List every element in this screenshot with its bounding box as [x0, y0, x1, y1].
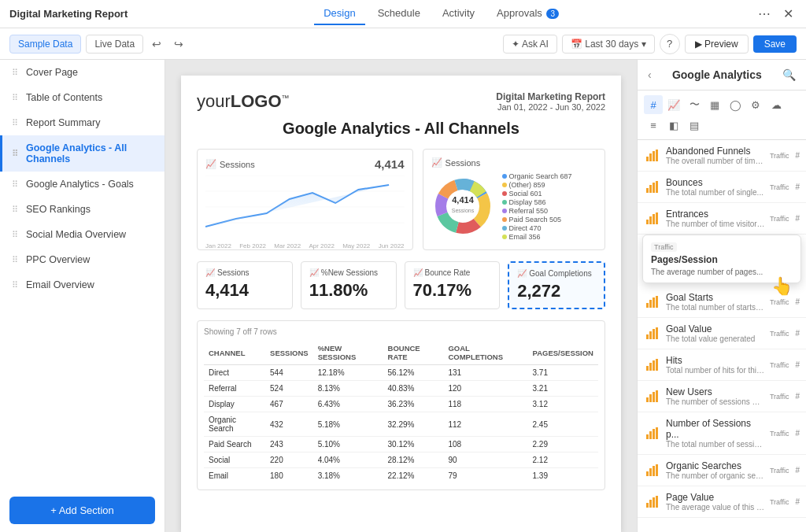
- tooltip-desc: The average number of pages...: [651, 268, 793, 276]
- tooltip-tag: Traffic: [651, 242, 677, 252]
- svg-rect-36: [649, 363, 652, 371]
- panel-item-goal-starts-info: Goal Starts The total number of starts f…: [666, 292, 765, 312]
- panel-item-hits-name: Hits: [666, 355, 765, 366]
- svg-rect-54: [656, 496, 658, 508]
- sidebar-item-ga-goals[interactable]: ⠿ Google Analytics - Goals: [0, 172, 165, 197]
- panel-tab-layout[interactable]: ◧: [664, 116, 683, 135]
- drag-icon: ⠿: [12, 255, 18, 265]
- panel-item-organic-hash: #: [795, 466, 800, 475]
- panel-item-new-users[interactable]: New Users The number of sessions m... Tr…: [638, 381, 806, 412]
- add-section-button[interactable]: + Add Section: [9, 497, 155, 524]
- panel-search-button[interactable]: 🔍: [780, 68, 798, 82]
- sidebar-item-ppc[interactable]: ⠿ PPC Overview: [0, 247, 165, 272]
- metric-new-sessions-value: 11.80%: [309, 280, 388, 301]
- sidebar-item-label: SEO Rankings: [26, 204, 91, 215]
- panel-tab-wave[interactable]: 〜: [685, 95, 704, 114]
- panel-tab-table[interactable]: ▤: [685, 116, 704, 135]
- panel-item-num-sessions[interactable]: Number of Sessions p... The total number…: [638, 412, 806, 455]
- save-button[interactable]: Save: [753, 35, 797, 53]
- metrics-row: 📈 Sessions 4,414 📈 %New Sessions 11.80% …: [197, 261, 605, 309]
- metric-bounce-value: 70.17%: [413, 280, 492, 301]
- live-data-button[interactable]: Live Data: [86, 35, 143, 54]
- sidebar-item-seo[interactable]: ⠿ SEO Rankings: [0, 197, 165, 222]
- panel-back-button[interactable]: ‹: [645, 68, 654, 82]
- svg-rect-40: [649, 394, 652, 402]
- drag-icon: ⠿: [12, 149, 18, 159]
- preview-button[interactable]: ▶ Preview: [685, 35, 749, 54]
- undo-button[interactable]: ↩: [148, 35, 165, 53]
- svg-rect-53: [653, 497, 655, 508]
- donut-svg: 4,414 Sessions: [431, 175, 494, 238]
- panel-item-bounces[interactable]: Bounces The total number of single... Tr…: [638, 172, 806, 203]
- report-main-title: Google Analytics - All Channels: [197, 120, 605, 138]
- svg-rect-44: [649, 431, 652, 439]
- sample-data-button[interactable]: Sample Data: [9, 35, 81, 54]
- panel-tab-cloud[interactable]: ☁: [767, 95, 786, 114]
- top-tabs: Design Schedule Activity Approvals 3: [314, 2, 568, 25]
- col-pages: PAGES/SESSION: [528, 341, 598, 365]
- chart-icon: [644, 325, 661, 342]
- panel-item-abandoned-funnels[interactable]: Abandoned Funnels The overall number of …: [638, 140, 806, 172]
- svg-rect-38: [656, 359, 658, 371]
- panel-tab-grid[interactable]: ▦: [705, 95, 724, 114]
- panel-tab-line[interactable]: 📈: [664, 95, 683, 114]
- line-chart-box: 📈 Sessions 4,414: [197, 149, 413, 250]
- svg-rect-33: [653, 329, 655, 339]
- ask-ai-button[interactable]: ✦ Ask AI: [503, 35, 557, 54]
- panel-item-organic-searches[interactable]: Organic Searches The number of organic s…: [638, 455, 806, 486]
- donut-chart-label: 📈 Sessions: [431, 157, 597, 168]
- panel-item-page-value[interactable]: Page Value The average value of this pag…: [638, 486, 806, 518]
- chart-icon: [644, 147, 661, 164]
- panel-item-num-sessions-info: Number of Sessions p... The total number…: [666, 418, 765, 449]
- drag-icon: ⠿: [12, 280, 18, 290]
- panel-tab-circle[interactable]: ◯: [726, 95, 745, 114]
- sidebar-item-toc[interactable]: ⠿ Table of Contents: [0, 85, 165, 110]
- svg-rect-31: [646, 334, 649, 339]
- tab-schedule[interactable]: Schedule: [368, 2, 430, 25]
- data-table-content: CHANNEL SESSIONS %NEW SESSIONS BOUNCE RA…: [204, 341, 598, 483]
- report-header-title: Digital Marketing Report: [496, 91, 605, 102]
- panel-item-organic-tag: Traffic: [770, 467, 789, 475]
- main-layout: ⠿ Cover Page ⠿ Table of Contents ⠿ Repor…: [0, 60, 806, 532]
- table-row: Email1803.18%22.12%791.39: [204, 468, 598, 484]
- panel-item-new-users-name: New Users: [666, 386, 765, 397]
- tab-design[interactable]: Design: [314, 2, 364, 25]
- panel-header: ‹ Google Analytics 🔍: [638, 60, 806, 91]
- panel-item-hits[interactable]: Hits Total number of hits for this... Tr…: [638, 349, 806, 381]
- hand-icon: 👆: [771, 276, 793, 297]
- panel-item-goal-value[interactable]: Goal Value The total value generated Tra…: [638, 318, 806, 349]
- panel-tab-hash[interactable]: #: [644, 95, 663, 114]
- panel-item-hits-info: Hits Total number of hits for this...: [666, 355, 765, 375]
- panel-tab-list[interactable]: ≡: [644, 116, 663, 135]
- share-icon[interactable]: ⋯: [755, 5, 774, 23]
- tab-approvals[interactable]: Approvals 3: [487, 2, 568, 25]
- table-row: Referral5248.13%40.83%1203.21: [204, 381, 598, 397]
- redo-button[interactable]: ↪: [170, 35, 187, 53]
- sidebar-item-cover-page[interactable]: ⠿ Cover Page: [0, 60, 165, 85]
- panel-item-entrances[interactable]: Entrances The number of time visitors...…: [638, 203, 806, 235]
- panel-item-new-users-hash: #: [795, 392, 800, 401]
- panel-tab-gear[interactable]: ⚙: [746, 95, 765, 114]
- sidebar-item-email[interactable]: ⠿ Email Overview: [0, 272, 165, 297]
- panel-item-goal-starts-hash: #: [795, 297, 800, 306]
- sidebar-item-summary[interactable]: ⠿ Report Summary: [0, 110, 165, 135]
- panel-item-page-value-desc: The average value of this pag...: [666, 503, 765, 512]
- sidebar-item-social[interactable]: ⠿ Social Media Overview: [0, 222, 165, 247]
- logo-bold: LOGO: [231, 91, 282, 111]
- svg-rect-26: [656, 212, 658, 224]
- date-range-button[interactable]: 📅 Last 30 days ▾: [562, 35, 655, 54]
- sidebar-item-ga-all[interactable]: ⠿ Google Analytics - All Channels: [0, 135, 165, 172]
- tab-activity[interactable]: Activity: [433, 2, 484, 25]
- close-icon[interactable]: ✕: [780, 5, 797, 23]
- top-actions: ⋯ ✕: [755, 5, 797, 23]
- drag-icon: ⠿: [12, 118, 18, 128]
- table-row: Direct54412.18%56.12%1313.71: [204, 365, 598, 381]
- panel-item-bounces-name: Bounces: [666, 177, 765, 188]
- app-title: Digital Marketing Report: [9, 8, 128, 20]
- chart-icon: [644, 179, 661, 196]
- svg-rect-35: [646, 366, 649, 371]
- col-goals: GOAL COMPLETIONS: [443, 341, 527, 365]
- help-button[interactable]: ?: [660, 34, 680, 54]
- panel-item-abandoned-hash: #: [795, 151, 800, 160]
- metric-sessions-label: 📈 Sessions: [205, 268, 284, 277]
